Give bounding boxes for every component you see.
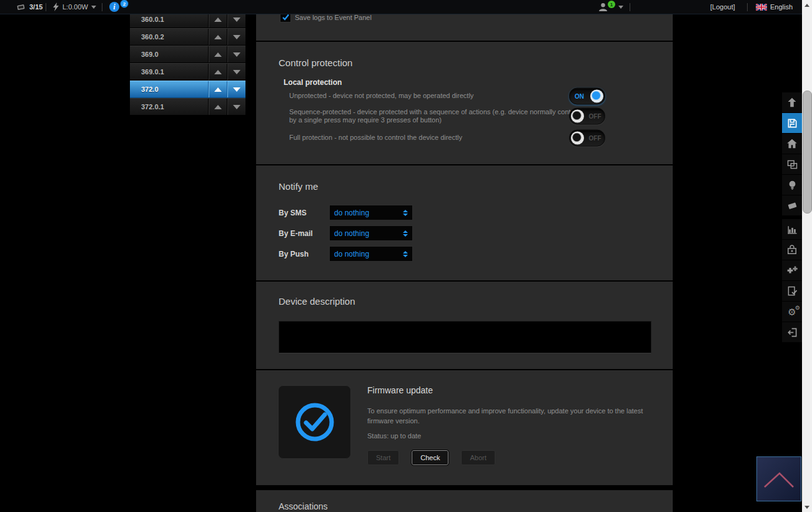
power-label: L:0.00W xyxy=(62,3,88,11)
rooms-button[interactable] xyxy=(782,154,802,174)
arrow-up-icon xyxy=(214,52,222,57)
device-id-label: 360.0.2 xyxy=(130,33,208,41)
settings-button[interactable]: ⚙⚙ xyxy=(782,302,802,322)
toggle-state-label: ON xyxy=(570,92,589,100)
report-button[interactable] xyxy=(782,281,802,301)
move-up-button[interactable] xyxy=(208,81,227,97)
device-id-label: 360.0.1 xyxy=(130,16,208,23)
section-save-logs: Save logs to Event Panel xyxy=(256,11,673,41)
lock-button[interactable] xyxy=(782,240,802,260)
start-button[interactable]: Start xyxy=(367,450,399,465)
protection-option-row: Sequence-protected - device protected wi… xyxy=(289,108,639,124)
device-list-item[interactable]: 360.0.2 xyxy=(130,28,245,46)
abort-button[interactable]: Abort xyxy=(461,450,495,465)
device-list-item-selected[interactable]: 372.0 xyxy=(130,81,245,98)
move-down-button[interactable] xyxy=(227,29,245,45)
save-icon xyxy=(786,117,799,130)
lightbulb-button[interactable] xyxy=(782,175,802,195)
info-icon[interactable]: i xyxy=(109,2,119,12)
chevron-down-icon xyxy=(618,6,623,9)
move-down-button[interactable] xyxy=(227,64,245,80)
scenes-button[interactable] xyxy=(782,195,802,215)
device-list-item[interactable]: 372.0.1 xyxy=(130,98,245,116)
firmware-description: To ensure optimum performance and improv… xyxy=(367,406,655,426)
toggle-knob xyxy=(571,110,584,123)
toggle-sequence-protected[interactable]: OFF xyxy=(569,108,605,125)
arrow-up-icon xyxy=(214,87,222,92)
device-id-label: 369.0.1 xyxy=(130,68,208,76)
arrow-down-icon xyxy=(233,17,240,22)
exit-button[interactable] xyxy=(782,322,802,342)
arrow-down-icon xyxy=(233,70,240,74)
move-up-button[interactable] xyxy=(208,99,227,115)
scroll-down-arrow[interactable] xyxy=(802,502,812,512)
move-up-button[interactable] xyxy=(208,46,227,62)
push-select[interactable]: do nothing xyxy=(329,246,413,262)
device-list-item[interactable]: 369.0.1 xyxy=(130,63,245,81)
toggle-state-label: OFF xyxy=(585,112,605,121)
rooms-icon xyxy=(786,158,799,171)
scroll-to-top-button[interactable] xyxy=(756,456,801,501)
firmware-title: Firmware update xyxy=(367,385,433,395)
lightbulb-icon xyxy=(786,179,799,192)
section-associations: Associations xyxy=(256,490,673,512)
toggle-unprotected[interactable]: ON xyxy=(569,87,605,104)
protection-option-row: Unprotected - device not protected, may … xyxy=(289,92,639,100)
home-button[interactable] xyxy=(782,134,802,154)
notify-row: By Push do nothing xyxy=(279,247,413,261)
scroll-up-arrow[interactable] xyxy=(802,0,812,10)
toggle-knob xyxy=(590,89,603,102)
select-value: do nothing xyxy=(330,250,400,258)
firmware-buttons: Start Check Abort xyxy=(367,450,495,465)
notify-label: By SMS xyxy=(279,209,329,217)
notifications[interactable]: i 2 xyxy=(109,0,129,14)
device-id-label: 372.0 xyxy=(130,86,208,93)
save-button[interactable] xyxy=(782,113,802,133)
section-title: Control protection xyxy=(279,57,352,68)
move-down-button[interactable] xyxy=(227,99,245,115)
apps-button[interactable] xyxy=(782,260,802,280)
language-selector[interactable]: English xyxy=(756,0,793,14)
section-firmware-update: Firmware update To ensure optimum perfor… xyxy=(256,370,673,485)
scrollbar-thumb[interactable] xyxy=(803,91,812,214)
chart-icon xyxy=(786,223,799,236)
notify-row: By E-mail do nothing xyxy=(279,226,413,240)
app-screen: 3/15 L:0.00W i 2 1 [Logout] xyxy=(0,0,812,512)
power-meter[interactable]: L:0.00W xyxy=(52,0,96,14)
option-text: Full protection - not possible to contro… xyxy=(289,134,597,142)
arrow-up-icon xyxy=(214,70,222,74)
notify-row: By SMS do nothing xyxy=(279,205,413,220)
sms-select[interactable]: do nothing xyxy=(329,205,413,220)
move-up-button[interactable] xyxy=(208,64,227,80)
select-arrows-icon xyxy=(400,251,410,257)
device-list-item[interactable]: 369.0 xyxy=(130,46,245,63)
protection-option-row: Full protection - not possible to contro… xyxy=(289,134,639,142)
right-toolbar: ⚙⚙ xyxy=(782,92,802,343)
user-menu[interactable]: 1 xyxy=(598,0,623,14)
subsection-title: Local protection xyxy=(284,78,342,87)
user-icon xyxy=(598,2,608,12)
toggle-full-protection[interactable]: OFF xyxy=(569,129,605,146)
section-control-protection: Control protection Local protection Unpr… xyxy=(256,42,673,164)
user-badge: 1 xyxy=(608,1,615,8)
info-badge: 2 xyxy=(120,0,129,8)
analytics-button[interactable] xyxy=(782,219,802,239)
vertical-scrollbar[interactable] xyxy=(802,0,812,512)
home-icon xyxy=(785,137,799,150)
divider xyxy=(102,0,102,14)
move-up-button[interactable] xyxy=(208,29,227,45)
arrow-down-icon xyxy=(233,52,240,57)
chevron-up-icon xyxy=(761,468,797,490)
firmware-status: Status: up to date xyxy=(367,432,421,440)
check-button[interactable]: Check xyxy=(412,450,448,465)
lock-icon xyxy=(786,244,798,256)
move-down-button[interactable] xyxy=(227,81,245,97)
arrow-up-icon xyxy=(214,17,222,22)
nav-up-button[interactable] xyxy=(782,92,802,112)
logout-link[interactable]: [Logout] xyxy=(710,0,735,14)
chevron-down-icon xyxy=(91,6,96,9)
divider xyxy=(46,0,46,14)
move-down-button[interactable] xyxy=(227,46,245,62)
device-description-input[interactable] xyxy=(279,321,651,353)
email-select[interactable]: do nothing xyxy=(329,225,413,241)
